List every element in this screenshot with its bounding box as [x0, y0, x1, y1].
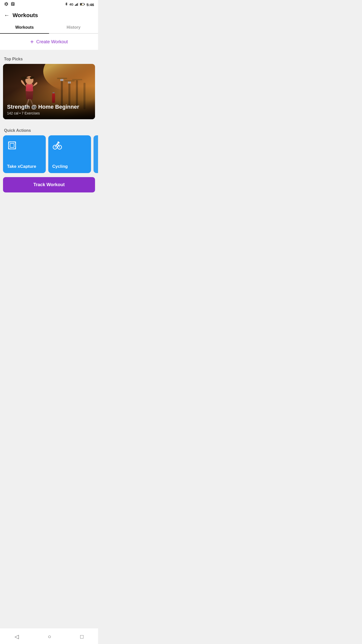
battery-icon: ⚡ [80, 3, 85, 7]
third-action-card[interactable] [94, 135, 98, 173]
bluetooth-icon [65, 2, 68, 7]
create-workout-label: Create Workout [36, 39, 68, 45]
workout-title: Strength @ Home Beginner [7, 104, 91, 110]
clipboard-icon [11, 2, 15, 7]
cycling-icon [52, 140, 62, 150]
tab-workouts[interactable]: Workouts [0, 22, 49, 33]
xcapture-card[interactable]: Take xCapture [3, 135, 46, 173]
svg-rect-0 [75, 5, 76, 6]
quick-actions-grid: Take xCapture [0, 135, 98, 177]
status-bar: 4G ⚡ 5:46 [0, 0, 98, 9]
svg-rect-3 [78, 3, 78, 6]
svg-rect-28 [10, 143, 14, 147]
workout-meta: 142 cal • 7 Exercises [7, 111, 91, 115]
track-workout-button[interactable]: Track Workout [3, 177, 95, 192]
back-button[interactable]: ← [4, 12, 10, 19]
quick-actions-section: Quick Actions Take xCapture [0, 124, 98, 177]
svg-rect-27 [9, 142, 16, 149]
quick-actions-label: Quick Actions [0, 124, 98, 135]
create-workout-button[interactable]: + Create Workout [0, 34, 98, 50]
cycling-card[interactable]: Cycling [48, 135, 91, 173]
gear-icon [4, 2, 9, 7]
tabs: Workouts History [0, 22, 98, 34]
signal-icon: 4G [69, 3, 73, 6]
svg-text:⚡: ⚡ [81, 4, 83, 6]
page-title: Workouts [13, 12, 38, 19]
svg-rect-5 [84, 4, 85, 5]
top-picks-card[interactable]: Strength @ Home Beginner 142 cal • 7 Exe… [3, 64, 95, 119]
tab-history[interactable]: History [49, 22, 98, 33]
svg-rect-2 [77, 3, 78, 6]
status-bar-left-icons [4, 2, 15, 7]
top-picks-section: Top Picks [0, 53, 98, 119]
status-time: 5:46 [86, 3, 94, 7]
main-content: Top Picks [0, 53, 98, 197]
create-workout-section: + Create Workout [0, 34, 98, 50]
top-picks-label: Top Picks [0, 53, 98, 64]
top-nav: ← Workouts [0, 9, 98, 22]
status-bar-right-icons: 4G ⚡ 5:46 [65, 2, 94, 7]
svg-rect-1 [76, 4, 77, 6]
card-overlay: Strength @ Home Beginner 142 cal • 7 Exe… [3, 100, 95, 119]
xcapture-label: Take xCapture [7, 164, 42, 169]
plus-icon: + [30, 38, 34, 45]
svg-point-31 [58, 142, 59, 143]
signal-bars [75, 3, 78, 7]
xcapture-icon [7, 140, 17, 150]
cycling-label: Cycling [52, 164, 87, 169]
